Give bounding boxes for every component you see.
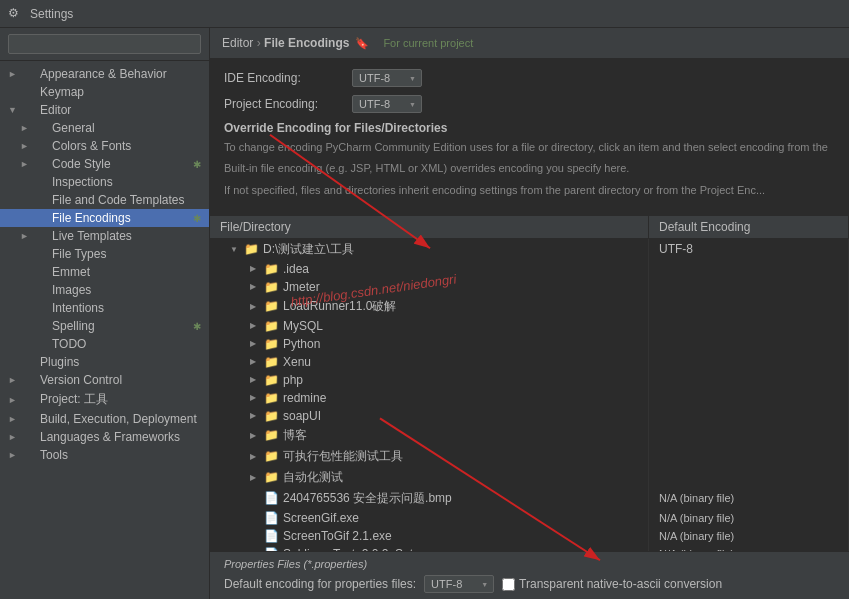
window-title: Settings: [30, 7, 73, 21]
file-name: php: [283, 373, 303, 387]
sidebar-item-project[interactable]: Project: 工具: [0, 389, 209, 410]
sidebar-item-tools[interactable]: Tools: [0, 446, 209, 464]
sidebar-item-spelling[interactable]: Spelling ✱: [0, 317, 209, 335]
table-row[interactable]: ▶ 📁 php: [210, 371, 849, 389]
table-cell-name: ▶ 📁 Xenu: [210, 353, 649, 371]
search-box[interactable]: [0, 28, 209, 61]
table-cell-encoding: [649, 335, 849, 353]
sidebar-item-build-execution[interactable]: Build, Execution, Deployment: [0, 410, 209, 428]
table-cell-name: ▶ 📁 可执行包性能测试工具: [210, 446, 649, 467]
expand-arrow: ▶: [250, 302, 260, 311]
table-row[interactable]: ▶ 📁 LoadRunner11.0破解: [210, 296, 849, 317]
tree-arrow-live-templates[interactable]: [20, 231, 32, 241]
tree-arrow-colors-fonts[interactable]: [20, 141, 32, 151]
sidebar-item-intentions[interactable]: Intentions: [0, 299, 209, 317]
sidebar-item-languages-frameworks[interactable]: Languages & Frameworks: [0, 428, 209, 446]
file-icon: 📁: [264, 373, 279, 387]
tree-arrow-languages-frameworks[interactable]: [8, 432, 20, 442]
table-cell-name: 📄 2404765536 安全提示问题.bmp: [210, 488, 649, 509]
tree-icon-todo: [32, 338, 48, 350]
table-cell-name: 📄 ScreenToGif 2.1.exe: [210, 527, 649, 545]
sidebar-item-images[interactable]: Images: [0, 281, 209, 299]
table-row[interactable]: ▶ 📁 .idea: [210, 260, 849, 278]
table-row[interactable]: ▼ 📁 D:\测试建立\工具 UTF-8: [210, 238, 849, 260]
expand-arrow: ▶: [250, 321, 260, 330]
table-row[interactable]: ▶ 📁 可执行包性能测试工具: [210, 446, 849, 467]
sidebar-item-label-inspections: Inspections: [52, 175, 201, 189]
tree-icon-appearance-behavior: [20, 68, 36, 80]
table-row[interactable]: ▶ 📁 自动化测试: [210, 467, 849, 488]
tree-arrow-editor[interactable]: [8, 105, 20, 115]
table-cell-encoding: UTF-8: [649, 238, 849, 260]
table-row[interactable]: ▶ 📁 MySQL: [210, 317, 849, 335]
sidebar-item-live-templates[interactable]: Live Templates: [0, 227, 209, 245]
file-name: 可执行包性能测试工具: [283, 448, 403, 465]
tree-icon-file-types: [32, 248, 48, 260]
sidebar-item-emmet[interactable]: Emmet: [0, 263, 209, 281]
table-cell-name: ▶ 📁 LoadRunner11.0破解: [210, 296, 649, 317]
tree-icon-project: [20, 394, 36, 406]
sidebar-item-code-style[interactable]: Code Style ✱: [0, 155, 209, 173]
file-name: MySQL: [283, 319, 323, 333]
sidebar-item-editor[interactable]: Editor: [0, 101, 209, 119]
table-cell-name: ▼ 📁 D:\测试建立\工具: [210, 238, 649, 260]
content-header: Editor › File Encodings 🔖 For current pr…: [210, 28, 849, 59]
bottom-bar: Properties Files (*.properties) Default …: [210, 551, 849, 599]
properties-encoding-dropdown[interactable]: UTF-8: [424, 575, 494, 593]
tree-arrow-general[interactable]: [20, 123, 32, 133]
table-row[interactable]: ▶ 📁 redmine: [210, 389, 849, 407]
table-row[interactable]: ▶ 📁 Jmeter: [210, 278, 849, 296]
sidebar-item-file-types[interactable]: File Types: [0, 245, 209, 263]
sidebar-item-version-control[interactable]: Version Control: [0, 371, 209, 389]
file-icon: 📄: [264, 529, 279, 543]
tree-arrow-project[interactable]: [8, 395, 20, 405]
sidebar-item-label-intentions: Intentions: [52, 301, 201, 315]
file-icon: 📁: [264, 428, 279, 442]
sidebar-item-appearance-behavior[interactable]: Appearance & Behavior: [0, 65, 209, 83]
file-table-body: ▼ 📁 D:\测试建立\工具 UTF-8 ▶ 📁 .idea ▶ 📁: [210, 238, 849, 551]
sidebar-item-keymap[interactable]: Keymap: [0, 83, 209, 101]
transparent-checkbox-label[interactable]: Transparent native-to-ascii conversion: [502, 577, 722, 591]
tree-icon-live-templates: [32, 230, 48, 242]
tree-arrow-version-control[interactable]: [8, 375, 20, 385]
sidebar-item-general[interactable]: General: [0, 119, 209, 137]
file-name: ScreenToGif 2.1.exe: [283, 529, 392, 543]
sidebar-item-label-general: General: [52, 121, 201, 135]
breadcrumb-parent: Editor: [222, 36, 253, 50]
tree-icon-colors-fonts: [32, 140, 48, 152]
breadcrumb: Editor › File Encodings: [222, 36, 349, 50]
table-row[interactable]: ▶ 📁 Python: [210, 335, 849, 353]
search-input[interactable]: [8, 34, 201, 54]
transparent-checkbox[interactable]: [502, 578, 515, 591]
tree-arrow-appearance-behavior[interactable]: [8, 69, 20, 79]
table-cell-encoding: [649, 353, 849, 371]
table-row[interactable]: ▶ 📁 博客: [210, 425, 849, 446]
expand-arrow: ▶: [250, 411, 260, 420]
table-cell-name: ▶ 📁 .idea: [210, 260, 649, 278]
expand-arrow: ▶: [250, 264, 260, 273]
table-row[interactable]: 📄 2404765536 安全提示问题.bmp N/A (binary file…: [210, 488, 849, 509]
sidebar-item-inspections[interactable]: Inspections: [0, 173, 209, 191]
project-encoding-dropdown[interactable]: UTF-8: [352, 95, 422, 113]
table-row[interactable]: 📄 ScreenGif.exe N/A (binary file): [210, 509, 849, 527]
tree-arrow-code-style[interactable]: [20, 159, 32, 169]
tree-icon-editor: [20, 104, 36, 116]
sidebar-item-todo[interactable]: TODO: [0, 335, 209, 353]
sidebar-item-colors-fonts[interactable]: Colors & Fonts: [0, 137, 209, 155]
info-text-1: To change encoding PyCharm Community Edi…: [224, 139, 835, 156]
table-row[interactable]: ▶ 📁 Xenu: [210, 353, 849, 371]
sidebar-item-label-project: Project: 工具: [40, 391, 201, 408]
table-row[interactable]: ▶ 📁 soapUI: [210, 407, 849, 425]
tree-arrow-tools[interactable]: [8, 450, 20, 460]
sidebar-item-label-spelling: Spelling: [52, 319, 193, 333]
sidebar-item-plugins[interactable]: Plugins: [0, 353, 209, 371]
file-icon: 📁: [264, 355, 279, 369]
sidebar-item-file-code-templates[interactable]: File and Code Templates: [0, 191, 209, 209]
tree-icon-inspections: [32, 176, 48, 188]
ide-encoding-dropdown[interactable]: UTF-8: [352, 69, 422, 87]
sidebar-item-file-encodings[interactable]: File Encodings ✱: [0, 209, 209, 227]
tree-arrow-build-execution[interactable]: [8, 414, 20, 424]
table-row[interactable]: 📄 ScreenToGif 2.1.exe N/A (binary file): [210, 527, 849, 545]
table-cell-encoding: [649, 278, 849, 296]
sidebar-item-label-tools: Tools: [40, 448, 201, 462]
